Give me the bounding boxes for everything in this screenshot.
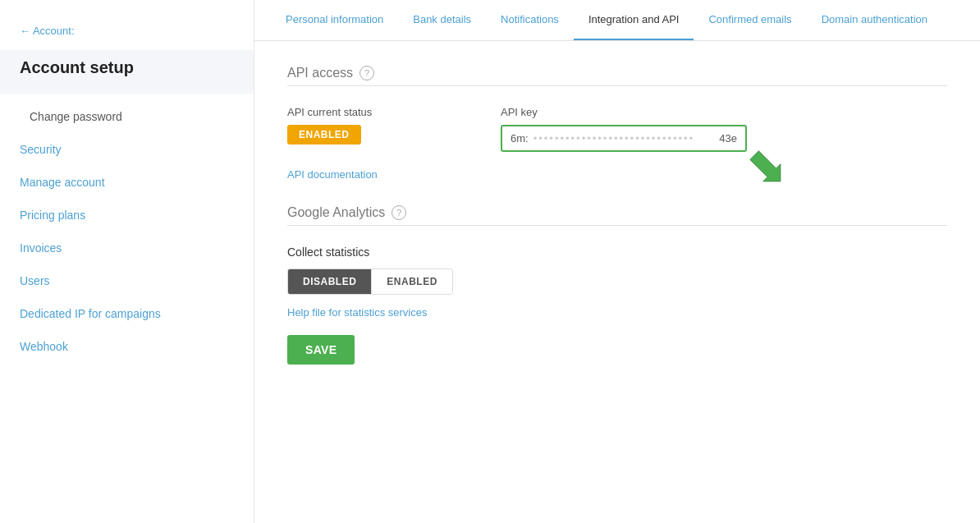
sidebar-item-change-password[interactable]: Change password [0, 100, 254, 133]
tab-domain-authentication[interactable]: Domain authentication [807, 0, 942, 40]
save-button[interactable]: SAVE [287, 335, 355, 365]
ga-divider [287, 225, 947, 226]
statistics-enabled-button[interactable]: ENABLED [371, 269, 452, 294]
api-access-title: API access [287, 66, 353, 80]
green-arrow-annotation [743, 144, 792, 193]
sidebar-title: Account setup [0, 50, 254, 94]
statistics-disabled-button[interactable]: DISABLED [288, 269, 371, 294]
api-key-wrapper: 6m: •••••••••••••••••••••••••••••• 43e [501, 125, 747, 152]
api-access-row: API current status ENABLED API key 6m: •… [287, 106, 947, 152]
api-key-label: API key [501, 106, 763, 118]
ga-title: Google Analytics [287, 205, 385, 220]
content-area: API access ? API current status ENABLED … [254, 41, 980, 523]
sidebar-item-manage-account[interactable]: Manage account [0, 166, 254, 199]
svg-marker-0 [745, 146, 789, 190]
ga-help-icon[interactable]: ? [392, 205, 406, 220]
tab-notifications[interactable]: Notifications [486, 0, 574, 40]
api-key-end: 43e [719, 132, 737, 145]
tab-confirmed-emails[interactable]: Confirmed emails [694, 0, 806, 40]
api-access-help-icon[interactable]: ? [359, 66, 374, 80]
sidebar-item-invoices[interactable]: Invoices [0, 232, 254, 264]
sidebar: Account: Account setup Change password S… [0, 0, 254, 523]
tab-integration-and-api[interactable]: Integration and API [574, 0, 694, 40]
api-access-section-header: API access ? [287, 66, 947, 80]
sidebar-item-dedicated-ip[interactable]: Dedicated IP for campaigns [0, 297, 254, 330]
google-analytics-section: Google Analytics ? Collect statistics DI… [287, 205, 947, 365]
tab-bar: Personal information Bank details Notifi… [254, 0, 980, 41]
sidebar-item-security[interactable]: Security [0, 133, 254, 166]
ga-section-header: Google Analytics ? [287, 205, 947, 220]
api-documentation-link[interactable]: API documentation [287, 168, 947, 181]
tab-bank-details[interactable]: Bank details [398, 0, 486, 40]
api-key-middle: •••••••••••••••••••••••••••••• [534, 132, 715, 145]
statistics-help-link[interactable]: Help file for statistics services [287, 306, 947, 319]
sidebar-item-users[interactable]: Users [0, 264, 254, 297]
sidebar-item-webhook[interactable]: Webhook [0, 330, 254, 363]
tab-personal-information[interactable]: Personal information [271, 0, 398, 40]
api-enabled-badge: ENABLED [287, 125, 361, 145]
api-key-box[interactable]: 6m: •••••••••••••••••••••••••••••• 43e [501, 125, 747, 152]
api-access-divider [287, 85, 947, 86]
collect-statistics-label: Collect statistics [287, 245, 947, 259]
api-key-start: 6m: [511, 132, 529, 145]
api-status-column: API current status ENABLED [287, 106, 451, 145]
sidebar-item-pricing-plans[interactable]: Pricing plans [0, 199, 254, 232]
back-link[interactable]: Account: [0, 16, 254, 50]
statistics-toggle-group: DISABLED ENABLED [287, 268, 453, 295]
api-key-column: API key 6m: ••••••••••••••••••••••••••••… [501, 106, 763, 152]
main-content: Personal information Bank details Notifi… [254, 0, 980, 523]
api-status-label: API current status [287, 106, 451, 118]
